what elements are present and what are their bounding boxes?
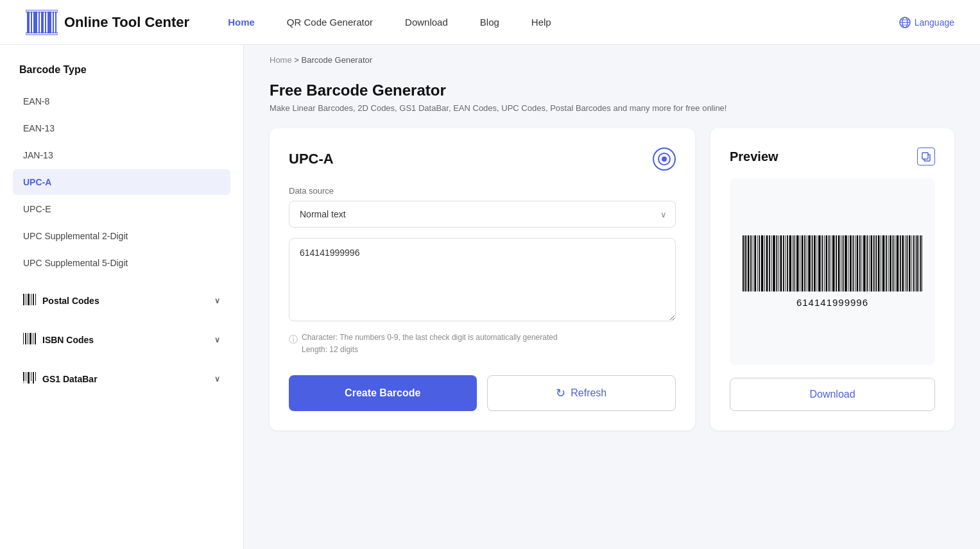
svg-rect-22 (23, 333, 24, 344)
svg-rect-97 (878, 235, 880, 292)
svg-rect-52 (773, 235, 775, 292)
barcode-display: 614141999996 (730, 178, 935, 365)
svg-rect-29 (23, 372, 24, 384)
svg-rect-98 (881, 235, 881, 292)
refresh-button[interactable]: ↻ Refresh (487, 375, 676, 411)
create-barcode-button[interactable]: Create Barcode (289, 375, 477, 411)
sidebar-item-upc-supp2[interactable]: UPC Supplemental 2-Digit (13, 223, 230, 249)
svg-rect-20 (33, 294, 34, 305)
svg-rect-77 (830, 235, 831, 292)
svg-rect-49 (766, 235, 768, 292)
barcode-input[interactable]: 614141999996 (289, 238, 676, 321)
svg-rect-45 (757, 235, 758, 292)
svg-rect-55 (780, 235, 782, 292)
refresh-label: Refresh (571, 387, 606, 399)
sidebar-item-upc-supp5[interactable]: UPC Supplemental 5-Digit (13, 250, 230, 276)
svg-rect-35 (35, 372, 36, 381)
svg-rect-62 (795, 235, 795, 292)
svg-rect-68 (808, 235, 811, 292)
postal-group-icon (23, 294, 36, 307)
gs1-group-label: GS1 DataBar (42, 374, 214, 384)
svg-rect-23 (25, 333, 26, 344)
nav-home[interactable]: Home (228, 17, 255, 28)
data-source-select[interactable]: Normal text Base64 decode URL encode (289, 201, 676, 228)
svg-rect-46 (759, 235, 760, 292)
svg-rect-99 (882, 235, 885, 292)
svg-rect-31 (26, 372, 26, 384)
generator-card: UPC-A Data source Normal text Base64 dec… (270, 128, 695, 430)
svg-rect-56 (783, 235, 784, 292)
nav-download[interactable]: Download (405, 17, 448, 28)
isbn-chevron-icon: ∨ (214, 335, 220, 344)
svg-rect-70 (814, 235, 816, 292)
copy-button[interactable] (917, 148, 935, 165)
svg-rect-16 (23, 294, 24, 305)
nav-help[interactable]: Help (531, 17, 551, 28)
svg-rect-37 (922, 153, 928, 159)
svg-rect-5 (45, 12, 46, 33)
svg-rect-51 (771, 235, 772, 292)
svg-rect-57 (786, 235, 786, 292)
svg-rect-96 (875, 235, 877, 292)
sidebar-item-ean8[interactable]: EAN-8 (13, 89, 230, 114)
sidebar-group-postal-header[interactable]: Postal Codes ∨ (13, 286, 230, 315)
svg-rect-1 (31, 12, 32, 33)
svg-rect-108 (905, 235, 906, 292)
svg-rect-60 (793, 235, 793, 292)
postal-group-label: Postal Codes (42, 296, 214, 306)
postal-chevron-icon: ∨ (214, 296, 220, 305)
svg-rect-114 (916, 235, 918, 292)
barcode-image (743, 235, 922, 292)
svg-rect-10 (26, 33, 58, 35)
sidebar: Barcode Type EAN-8 EAN-13 JAN-13 UPC-A U… (0, 45, 244, 549)
svg-rect-7 (53, 12, 54, 33)
gs1-barcode-icon (23, 372, 36, 384)
logo-link[interactable]: Online Tool Center (26, 6, 189, 38)
svg-rect-116 (920, 235, 922, 292)
logo-icon (26, 6, 58, 38)
language-button[interactable]: Language (899, 17, 954, 28)
svg-rect-66 (804, 235, 805, 292)
svg-rect-47 (761, 235, 764, 292)
svg-rect-115 (918, 235, 919, 292)
nav-qr[interactable]: QR Code Generator (287, 17, 373, 28)
breadcrumb-home[interactable]: Home (270, 55, 292, 65)
svg-rect-106 (900, 235, 901, 292)
svg-rect-18 (28, 294, 30, 305)
sidebar-item-ean13[interactable]: EAN-13 (13, 115, 230, 141)
sidebar-group-isbn-header[interactable]: ISBN Codes ∨ (13, 325, 230, 354)
svg-rect-94 (871, 235, 873, 292)
svg-rect-88 (857, 235, 859, 292)
copy-icon (921, 151, 931, 162)
svg-rect-9 (26, 10, 58, 12)
nav-blog[interactable]: Blog (480, 17, 499, 28)
action-buttons: Create Barcode ↻ Refresh (289, 375, 676, 411)
svg-rect-78 (832, 235, 835, 292)
preview-card: Preview (710, 128, 954, 430)
target-icon-inner (662, 156, 667, 162)
svg-rect-48 (764, 235, 765, 292)
page-subtitle: Make Linear Barcodes, 2D Codes, GS1 Data… (270, 103, 954, 113)
sidebar-group-isbn: ISBN Codes ∨ (13, 325, 230, 354)
content-area: Free Barcode Generator Make Linear Barco… (244, 75, 980, 456)
svg-rect-59 (789, 235, 792, 292)
svg-rect-43 (753, 235, 753, 292)
sidebar-group-gs1-header[interactable]: GS1 DataBar ∨ (13, 364, 230, 393)
sidebar-item-upca[interactable]: UPC-A (13, 169, 230, 195)
download-button[interactable]: Download (730, 378, 935, 411)
svg-rect-54 (778, 235, 779, 292)
svg-rect-67 (807, 235, 807, 292)
hint-content: Character: The numbers 0-9, the last che… (302, 332, 558, 356)
svg-rect-92 (866, 235, 868, 292)
svg-rect-71 (817, 235, 818, 292)
sidebar-item-jan13[interactable]: JAN-13 (13, 142, 230, 168)
svg-rect-95 (873, 235, 875, 292)
svg-rect-103 (893, 235, 894, 292)
svg-rect-39 (744, 235, 745, 292)
svg-rect-102 (890, 235, 891, 292)
svg-rect-50 (769, 235, 770, 292)
svg-rect-83 (845, 235, 847, 292)
svg-rect-81 (841, 235, 841, 292)
sidebar-item-upce[interactable]: UPC-E (13, 196, 230, 222)
refresh-icon: ↻ (556, 386, 565, 400)
